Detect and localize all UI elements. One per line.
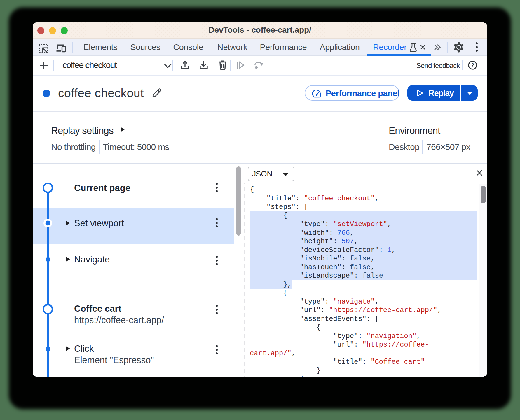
svg-text:?: ? — [471, 62, 474, 68]
